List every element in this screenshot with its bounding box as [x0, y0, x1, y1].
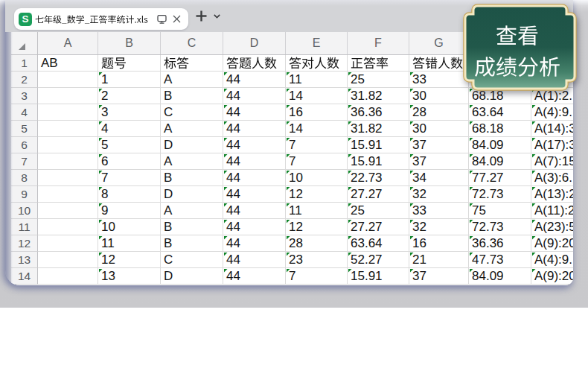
cell-E4[interactable]: 16	[286, 104, 348, 121]
cell-I6[interactable]: A(17):3	[531, 137, 573, 153]
cell-B2[interactable]: 1	[98, 72, 161, 88]
cell-F9[interactable]: 27.27	[348, 186, 409, 203]
cell-H13[interactable]: 47.73	[469, 252, 531, 268]
cell-D7[interactable]: 44	[223, 153, 286, 170]
column-header-E[interactable]: E	[286, 32, 348, 54]
close-tab-icon[interactable]	[173, 8, 181, 30]
cell-F2[interactable]: 25	[348, 72, 409, 88]
cell-A7[interactable]	[38, 153, 98, 170]
row-number-9[interactable]: 9	[11, 186, 38, 203]
cell-A5[interactable]	[38, 121, 98, 137]
view-analysis-badge[interactable]	[461, 1, 579, 93]
cell-H5[interactable]: 68.18	[469, 121, 531, 137]
cell-C1[interactable]	[161, 55, 223, 72]
cell-B12[interactable]: 11	[98, 235, 161, 252]
cell-E2[interactable]: 11	[286, 72, 348, 88]
column-header-A[interactable]: A	[38, 32, 98, 54]
cell-F10[interactable]: 25	[348, 203, 409, 219]
cell-B14[interactable]: 13	[98, 268, 161, 285]
cell-F8[interactable]: 22.73	[348, 170, 409, 186]
cell-F14[interactable]: 15.91	[348, 268, 409, 285]
cell-D12[interactable]: 44	[223, 235, 286, 252]
cell-C5[interactable]: A	[161, 121, 223, 137]
row-number-3[interactable]: 3	[11, 88, 38, 104]
cell-G3[interactable]: 30	[409, 88, 469, 104]
cell-B3[interactable]: 2	[98, 88, 161, 104]
cell-H8[interactable]: 77.27	[469, 170, 531, 186]
cell-D1[interactable]	[223, 55, 286, 72]
cell-H9[interactable]: 72.73	[469, 186, 531, 203]
cell-D9[interactable]: 44	[223, 186, 286, 203]
cell-I5[interactable]: A(14):3	[531, 121, 573, 137]
cell-B8[interactable]: 7	[98, 170, 161, 186]
cell-B9[interactable]: 8	[98, 186, 161, 203]
cell-D11[interactable]: 44	[223, 219, 286, 235]
cell-E12[interactable]: 28	[286, 235, 348, 252]
cell-C8[interactable]: B	[161, 170, 223, 186]
cell-C3[interactable]: B	[161, 88, 223, 104]
cell-H12[interactable]: 36.36	[469, 235, 531, 252]
cell-D10[interactable]: 44	[223, 203, 286, 219]
cell-I8[interactable]: A(3):6.	[531, 170, 573, 186]
cell-G11[interactable]: 32	[409, 219, 469, 235]
cell-F5[interactable]: 31.82	[348, 121, 409, 137]
cell-E8[interactable]: 10	[286, 170, 348, 186]
cell-G4[interactable]: 28	[409, 104, 469, 121]
cell-I12[interactable]: A(9):20	[531, 235, 573, 252]
column-header-C[interactable]: C	[161, 32, 223, 54]
cell-G6[interactable]: 37	[409, 137, 469, 153]
cell-A6[interactable]	[38, 137, 98, 153]
cell-E11[interactable]: 12	[286, 219, 348, 235]
cell-C14[interactable]: D	[161, 268, 223, 285]
cell-I4[interactable]: A(4):9.	[531, 104, 573, 121]
cell-G9[interactable]: 32	[409, 186, 469, 203]
cell-D2[interactable]: 44	[223, 72, 286, 88]
cell-I10[interactable]: A(11):2	[531, 203, 573, 219]
cell-B10[interactable]: 9	[98, 203, 161, 219]
cell-E10[interactable]: 11	[286, 203, 348, 219]
cell-H14[interactable]: 84.09	[469, 268, 531, 285]
cell-F6[interactable]: 15.91	[348, 137, 409, 153]
cell-H6[interactable]: 84.09	[469, 137, 531, 153]
cell-E7[interactable]: 7	[286, 153, 348, 170]
cell-H7[interactable]: 84.09	[469, 153, 531, 170]
cell-F1[interactable]	[348, 55, 409, 72]
cell-E1[interactable]	[286, 55, 348, 72]
cell-F4[interactable]: 36.36	[348, 104, 409, 121]
screen-share-icon[interactable]	[156, 8, 167, 30]
cell-A11[interactable]	[38, 219, 98, 235]
cell-D3[interactable]: 44	[223, 88, 286, 104]
row-number-2[interactable]: 2	[11, 72, 38, 88]
cell-I7[interactable]: A(7):15	[531, 153, 573, 170]
cell-H10[interactable]: 75	[469, 203, 531, 219]
column-header-D[interactable]: D	[223, 32, 286, 54]
cell-A9[interactable]	[38, 186, 98, 203]
cell-D6[interactable]: 44	[223, 137, 286, 153]
select-all-corner[interactable]	[11, 32, 38, 55]
cell-G13[interactable]: 21	[409, 252, 469, 268]
cell-C11[interactable]: B	[161, 219, 223, 235]
row-number-4[interactable]: 4	[11, 104, 38, 121]
row-number-8[interactable]: 8	[11, 170, 38, 186]
cell-F13[interactable]: 52.27	[348, 252, 409, 268]
cell-A8[interactable]	[38, 170, 98, 186]
row-number-13[interactable]: 13	[11, 252, 38, 268]
cell-H4[interactable]: 63.64	[469, 104, 531, 121]
cell-C7[interactable]: A	[161, 153, 223, 170]
cell-I13[interactable]: A(4):9.	[531, 252, 573, 268]
row-number-11[interactable]: 11	[11, 219, 38, 235]
cell-B6[interactable]: 5	[98, 137, 161, 153]
cell-A3[interactable]	[38, 88, 98, 104]
cell-I11[interactable]: A(23):5	[531, 219, 573, 235]
cell-B4[interactable]: 3	[98, 104, 161, 121]
cell-A10[interactable]	[38, 203, 98, 219]
cell-B13[interactable]: 12	[98, 252, 161, 268]
cell-E14[interactable]: 7	[286, 268, 348, 285]
row-number-10[interactable]: 10	[11, 203, 38, 219]
column-header-B[interactable]: B	[98, 32, 161, 54]
cell-I9[interactable]: A(13):2	[531, 186, 573, 203]
cell-F12[interactable]: 63.64	[348, 235, 409, 252]
cell-C12[interactable]: B	[161, 235, 223, 252]
row-number-6[interactable]: 6	[11, 137, 38, 153]
cell-H11[interactable]: 72.73	[469, 219, 531, 235]
